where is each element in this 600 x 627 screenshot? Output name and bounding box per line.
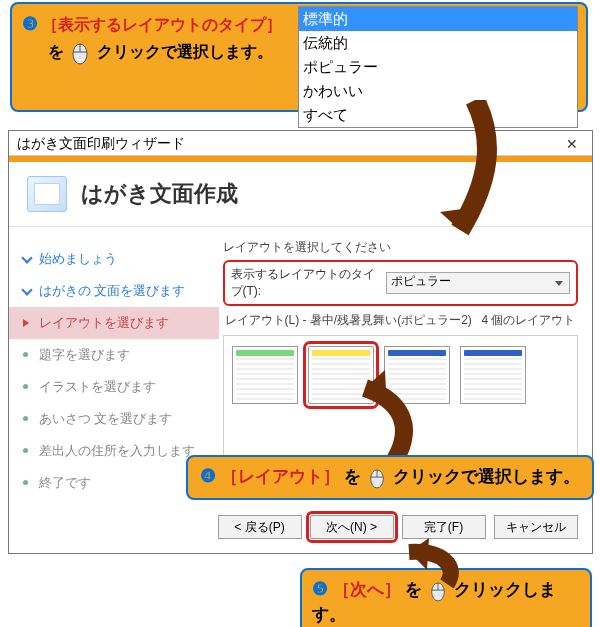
- step-item[interactable]: 始めましょう: [9, 243, 219, 275]
- mouse-icon: [429, 579, 447, 603]
- callout-5-number: ❺: [312, 579, 328, 599]
- step-item[interactable]: 題字を選びます: [9, 339, 219, 371]
- callout-3-line2b: クリックで選択します。: [97, 43, 273, 60]
- callout-3-line2a: を: [48, 43, 64, 60]
- layout-type-row: 表示するレイアウトのタイプ(T): ポピュラー: [223, 260, 578, 306]
- wizard-icon: [27, 176, 67, 212]
- layout-type-value: ポピュラー: [391, 274, 451, 288]
- layout-type-select[interactable]: ポピュラー: [386, 272, 570, 294]
- callout-4-bracket: ［レイアウト］: [221, 467, 340, 486]
- finish-button[interactable]: 完了(F): [402, 515, 486, 539]
- layout-type-label: 表示するレイアウトのタイプ(T):: [231, 266, 386, 300]
- mouse-icon: [368, 466, 386, 490]
- layout-type-dropdown-list[interactable]: 標準的 伝統的 ポピュラー かわいい すべて: [298, 6, 578, 128]
- dropdown-option[interactable]: かわいい: [299, 79, 577, 103]
- callout-step-3: ❸ ［表示するレイアウトのタイプ］ を クリックで選択します。 標準的 伝統的 …: [10, 2, 588, 112]
- mouse-icon: [70, 39, 90, 66]
- callout-4-number: ❹: [200, 466, 216, 486]
- wizard-title: はがき文面作成: [81, 179, 238, 209]
- wizard-header: はがき文面作成: [9, 162, 592, 226]
- layout-thumb-selected[interactable]: [308, 346, 374, 404]
- titlebar: はがき文面印刷ウィザード ✕: [9, 131, 592, 156]
- close-button[interactable]: ✕: [558, 136, 586, 152]
- layout-thumb[interactable]: [384, 346, 450, 404]
- dropdown-option[interactable]: ポピュラー: [299, 55, 577, 79]
- dropdown-option[interactable]: すべて: [299, 103, 577, 127]
- callout-3-number: ❸: [22, 14, 38, 34]
- step-item[interactable]: あいさつ 文を選びます: [9, 403, 219, 435]
- layout-count-label: 4 個のレイアウト: [481, 312, 575, 329]
- callout-4-mid: を: [344, 467, 361, 486]
- pane-label: レイアウトを選択してください: [223, 239, 578, 256]
- layout-thumb[interactable]: [460, 346, 526, 404]
- dropdown-option[interactable]: 伝統的: [299, 31, 577, 55]
- step-item[interactable]: はがきの 文面を選びます: [9, 275, 219, 307]
- wizard-button-row: < 戻る(P) 次へ(N) > 完了(F) キャンセル: [9, 499, 592, 553]
- step-item-current[interactable]: レイアウトを選びます: [9, 307, 219, 339]
- cancel-button[interactable]: キャンセル: [494, 515, 578, 539]
- layout-thumb[interactable]: [232, 346, 298, 404]
- callout-step-5: ❺ ［次へ］ を クリックします。: [300, 568, 592, 627]
- layout-list-label: レイアウト(L) - 暑中/残暑見舞い(ポピュラー2): [225, 312, 472, 329]
- callout-4-tail: クリックで選択します。: [393, 467, 580, 486]
- step-item[interactable]: イラストを選びます: [9, 371, 219, 403]
- callout-3-bracket: ［表示するレイアウトのタイプ］: [42, 16, 282, 33]
- window-title: はがき文面印刷ウィザード: [17, 135, 185, 153]
- callout-step-4: ❹ ［レイアウト］ を クリックで選択します。: [186, 455, 594, 500]
- next-button[interactable]: 次へ(N) >: [310, 515, 394, 539]
- callout-5-bracket: ［次へ］: [333, 580, 401, 599]
- back-button[interactable]: < 戻る(P): [218, 515, 302, 539]
- dropdown-option[interactable]: 標準的: [299, 7, 577, 31]
- callout-5-mid: を: [405, 580, 422, 599]
